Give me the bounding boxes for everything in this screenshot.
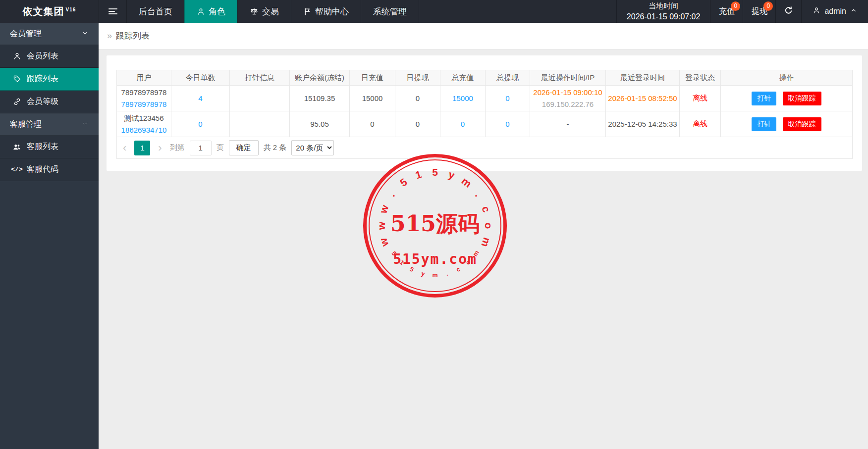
link-icon [12, 98, 22, 106]
col-header-today-orders: 今日单数 [171, 70, 230, 86]
confirm-button[interactable]: 确定 [229, 140, 259, 155]
cell-total-withdraw[interactable]: 0 [486, 111, 530, 137]
table-row: 测试123456 18626934710 0 95.05 0 0 0 0 - 2… [117, 111, 853, 137]
cell-today-orders[interactable]: 4 [171, 86, 230, 111]
nav-item-help-center[interactable]: 帮助中心 [291, 0, 361, 23]
chevron-down-icon [81, 29, 89, 39]
cell-day-withdraw: 0 [395, 86, 440, 111]
person-icon [813, 6, 820, 16]
sidebar-group-service-management[interactable]: 客服管理 [0, 113, 99, 136]
cell-actions: 打针 取消跟踪 [721, 111, 853, 137]
flag-icon [303, 7, 312, 16]
refresh-icon [784, 6, 793, 17]
col-header-actions: 操作 [721, 70, 853, 86]
cell-actions: 打针 取消跟踪 [721, 86, 853, 111]
sidebar-group-member-management[interactable]: 会员管理 [0, 23, 99, 45]
track-list-card: 用户 今日单数 打针信息 账户余额(冻结) 日充值 日提现 总充值 总提现 最近… [107, 55, 862, 171]
withdraw-button[interactable]: 提现 0 [743, 0, 775, 23]
nav-item-trade[interactable]: 交易 [237, 0, 291, 23]
topbar-spacer [419, 0, 616, 23]
user-icon [12, 52, 22, 60]
watermark-domain: 515ym.com [393, 251, 477, 267]
cell-day-withdraw: 0 [395, 111, 440, 137]
app-logo-text: 依文集团 [23, 5, 64, 18]
sidebar-item-track-list[interactable]: 跟踪列表 [0, 68, 99, 91]
code-icon: </> [12, 166, 22, 173]
tag-icon [12, 75, 22, 83]
ip-address: 169.150.222.76 [530, 99, 605, 110]
track-list-table: 用户 今日单数 打针信息 账户余额(冻结) 日充值 日提现 总充值 总提现 最近… [116, 70, 853, 159]
app-logo: 依文集团 V16 [0, 0, 99, 23]
status-badge: 离线 [680, 111, 721, 137]
users-icon [12, 143, 22, 151]
cell-total-recharge[interactable]: 0 [440, 111, 486, 137]
col-header-user: 用户 [117, 70, 171, 86]
prev-page-button[interactable]: ‹ [120, 141, 129, 155]
page-size-select[interactable]: 20 条/页 [291, 140, 334, 155]
cell-inject-info [230, 86, 290, 111]
top-nav: 后台首页 角色 交易 帮助中心 系统管理 [126, 0, 419, 23]
local-time-value: 2026-01-15 09:07:02 [627, 11, 701, 22]
sidebar-item-member-level[interactable]: 会员等级 [0, 91, 99, 113]
cell-last-op: - [530, 111, 606, 137]
col-header-day-withdraw: 日提现 [395, 70, 440, 86]
local-time-label: 当地时间 [649, 0, 678, 11]
refresh-button[interactable] [775, 0, 801, 23]
cell-last-op: 2026-01-15 09:00:10 169.150.222.76 [530, 86, 606, 111]
col-header-last-op: 最近操作时间/IP [530, 70, 606, 86]
admin-username: admin [824, 7, 846, 16]
sidebar-item-member-list[interactable]: 会员列表 [0, 45, 99, 68]
cell-total-recharge[interactable]: 15000 [440, 86, 486, 111]
scale-icon [250, 7, 259, 16]
topbar: 依文集团 V16 后台首页 角色 交易 帮助中心 系统管理 [0, 0, 868, 23]
breadcrumb: » 跟踪列表 [99, 23, 868, 50]
cell-day-recharge: 15000 [350, 86, 395, 111]
sidebar-item-service-code[interactable]: </> 客服代码 [0, 158, 99, 181]
sidebar-toggle-button[interactable] [99, 0, 126, 23]
app-logo-version: V16 [66, 7, 76, 12]
double-angle-icon: » [107, 31, 112, 41]
cell-last-login: 2025-12-05 14:25:33 [606, 111, 680, 137]
admin-menu[interactable]: admin [801, 0, 868, 23]
user-link[interactable]: 18626934710 [117, 124, 171, 136]
cell-total-withdraw[interactable]: 0 [486, 86, 530, 111]
goto-page-input[interactable] [190, 141, 212, 155]
cancel-track-button[interactable]: 取消跟踪 [783, 92, 821, 105]
cell-balance: 95.05 [290, 111, 350, 137]
recharge-badge: 0 [731, 1, 740, 11]
page-title: 跟踪列表 [116, 30, 150, 42]
cell-balance: 15109.35 [290, 86, 350, 111]
col-header-total-withdraw: 总提现 [486, 70, 530, 86]
sidebar: 会员管理 会员列表 跟踪列表 会员等级 客服管理 客服列表 </> [0, 23, 99, 449]
user-link[interactable]: 78978978978 [117, 99, 171, 110]
watermark-title: 515源码 [390, 209, 480, 239]
cell-user: 78978978978 78978978978 [117, 86, 171, 111]
watermark-stamp: www.515ym.com 515源码 515ym.com 515ym.com [363, 154, 507, 298]
cell-user: 测试123456 18626934710 [117, 111, 171, 137]
col-header-last-login: 最近登录时间 [606, 70, 680, 86]
cell-last-login: 2026-01-15 08:52:50 [606, 86, 680, 111]
col-header-total-recharge: 总充值 [440, 70, 486, 86]
current-page[interactable]: 1 [134, 141, 150, 155]
nav-item-role[interactable]: 角色 [184, 0, 237, 23]
col-header-day-recharge: 日充值 [350, 70, 395, 86]
withdraw-badge: 0 [763, 1, 773, 11]
topbar-right: 当地时间 2026-01-15 09:07:02 充值 0 提现 0 admin [616, 0, 868, 23]
nav-item-system[interactable]: 系统管理 [361, 0, 419, 23]
table-header-row: 用户 今日单数 打针信息 账户余额(冻结) 日充值 日提现 总充值 总提现 最近… [117, 70, 853, 86]
chevron-down-icon [81, 120, 89, 129]
table-row: 78978978978 78978978978 4 15109.35 15000… [117, 86, 853, 111]
pagination: ‹ 1 › 到第 页 确定 共 2 条 20 条/页 [120, 140, 852, 155]
hamburger-icon [108, 7, 117, 16]
sidebar-item-service-list[interactable]: 客服列表 [0, 136, 99, 158]
inject-button[interactable]: 打针 [752, 92, 776, 105]
recharge-button[interactable]: 充值 0 [710, 0, 743, 23]
nav-item-dashboard[interactable]: 后台首页 [126, 0, 184, 23]
cell-day-recharge: 0 [350, 111, 395, 137]
cancel-track-button[interactable]: 取消跟踪 [783, 117, 821, 131]
inject-button[interactable]: 打针 [752, 117, 776, 131]
chevron-up-icon [850, 7, 857, 16]
pagination-row: ‹ 1 › 到第 页 确定 共 2 条 20 条/页 [117, 137, 853, 159]
cell-today-orders[interactable]: 0 [171, 111, 230, 137]
next-page-button[interactable]: › [155, 141, 164, 155]
